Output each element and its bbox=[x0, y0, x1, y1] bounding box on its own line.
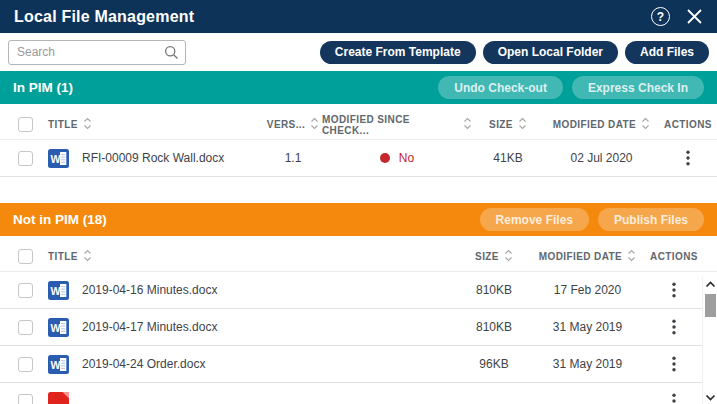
kebab-menu-icon[interactable] bbox=[645, 352, 703, 376]
scroll-down-button[interactable] bbox=[703, 390, 717, 404]
column-header-version[interactable]: VERS... bbox=[264, 117, 322, 132]
column-header-modified-since[interactable]: MODIFIED SINCE CHECK... bbox=[322, 114, 472, 136]
kebab-menu-icon[interactable] bbox=[645, 278, 703, 302]
file-size: 96KB bbox=[458, 357, 530, 371]
in-pim-table-header: TITLE VERS... MODIFIED SINCE CHECK... SI… bbox=[0, 110, 717, 140]
add-files-button[interactable]: Add Files bbox=[625, 41, 709, 64]
row-checkbox[interactable] bbox=[18, 151, 33, 166]
svg-text:W: W bbox=[50, 152, 60, 164]
column-header-modified-date[interactable]: MODIFIED DATE bbox=[530, 249, 645, 264]
publish-files-button[interactable]: Publish Files bbox=[598, 208, 704, 231]
close-icon[interactable] bbox=[686, 8, 703, 25]
sort-icon bbox=[504, 249, 513, 264]
select-all-checkbox[interactable] bbox=[18, 117, 33, 132]
file-size: 41KB bbox=[472, 151, 544, 165]
search-input[interactable] bbox=[8, 40, 186, 65]
word-file-icon: W bbox=[48, 281, 69, 300]
column-header-modified-date[interactable]: MODIFIED DATE bbox=[544, 117, 659, 132]
kebab-menu-icon[interactable] bbox=[645, 315, 703, 339]
not-in-pim-section-header: Not in PIM (18) Remove Files Publish Fil… bbox=[0, 203, 717, 236]
express-check-in-button[interactable]: Express Check In bbox=[572, 76, 704, 99]
open-local-folder-button[interactable]: Open Local Folder bbox=[483, 41, 618, 64]
column-header-actions: ACTIONS bbox=[659, 119, 717, 130]
table-row: W 2019-04-24 Order.docx 96KB 31 May 2019 bbox=[0, 346, 717, 383]
not-in-pim-table-header: TITLE SIZE MODIFIED DATE ACTIONS bbox=[0, 242, 717, 272]
select-all-checkbox[interactable] bbox=[18, 249, 33, 264]
sort-icon bbox=[463, 117, 472, 132]
sort-icon bbox=[518, 117, 527, 132]
status-dot bbox=[380, 153, 390, 163]
remove-files-button[interactable]: Remove Files bbox=[480, 208, 589, 231]
row-checkbox[interactable] bbox=[18, 320, 33, 335]
pdf-file-icon bbox=[48, 392, 69, 404]
column-header-title[interactable]: TITLE bbox=[48, 249, 458, 264]
file-modified-date: 17 Feb 2020 bbox=[530, 283, 645, 297]
kebab-menu-icon[interactable] bbox=[645, 389, 703, 404]
file-title: 2019-04-17 Minutes.docx bbox=[82, 320, 217, 334]
column-header-title[interactable]: TITLE bbox=[48, 117, 264, 132]
file-size: 810KB bbox=[458, 283, 530, 297]
in-pim-table: TITLE VERS... MODIFIED SINCE CHECK... SI… bbox=[0, 104, 717, 177]
kebab-menu-icon[interactable] bbox=[659, 146, 717, 170]
column-header-size[interactable]: SIZE bbox=[472, 117, 544, 132]
scroll-up-button[interactable] bbox=[703, 277, 717, 291]
row-checkbox[interactable] bbox=[18, 357, 33, 372]
file-size: 810KB bbox=[458, 320, 530, 334]
file-version: 1.1 bbox=[264, 151, 322, 165]
create-from-template-button[interactable]: Create From Template bbox=[320, 41, 476, 64]
sort-icon bbox=[83, 249, 92, 264]
column-header-size[interactable]: SIZE bbox=[458, 249, 530, 264]
table-row: W RFI-00009 Rock Wall.docx 1.1 No 41KB 0… bbox=[0, 140, 717, 177]
vertical-scrollbar[interactable] bbox=[702, 277, 717, 404]
undo-checkout-button[interactable]: Undo Check-out bbox=[438, 76, 563, 99]
table-row bbox=[0, 383, 717, 404]
dialog-title: Local File Management bbox=[14, 8, 651, 26]
sort-icon bbox=[83, 117, 92, 132]
local-file-management-dialog: Local File Management ? Create From Temp… bbox=[0, 0, 717, 404]
file-title: RFI-00009 Rock Wall.docx bbox=[82, 151, 224, 165]
row-checkbox[interactable] bbox=[18, 394, 33, 404]
table-row: W 2019-04-16 Minutes.docx 810KB 17 Feb 2… bbox=[0, 272, 717, 309]
file-modified-date: 31 May 2019 bbox=[530, 320, 645, 334]
file-title: 2019-04-24 Order.docx bbox=[82, 357, 205, 371]
not-in-pim-title: Not in PIM (18) bbox=[13, 212, 471, 227]
help-icon[interactable]: ? bbox=[651, 7, 670, 26]
toolbar: Create From Template Open Local Folder A… bbox=[0, 33, 717, 71]
in-pim-section-header: In PIM (1) Undo Check-out Express Check … bbox=[0, 71, 717, 104]
svg-text:W: W bbox=[50, 358, 60, 370]
file-title: 2019-04-16 Minutes.docx bbox=[82, 283, 217, 297]
dialog-titlebar: Local File Management ? bbox=[0, 0, 717, 33]
scrollbar-thumb[interactable] bbox=[705, 294, 716, 317]
modified-since-cell: No bbox=[322, 151, 472, 165]
search-icon bbox=[164, 45, 179, 64]
not-in-pim-table: TITLE SIZE MODIFIED DATE ACTIONS W 2019-… bbox=[0, 236, 717, 404]
svg-text:W: W bbox=[50, 321, 60, 333]
row-checkbox[interactable] bbox=[18, 283, 33, 298]
sort-icon bbox=[627, 249, 636, 264]
file-modified-date: 02 Jul 2020 bbox=[544, 151, 659, 165]
in-pim-title: In PIM (1) bbox=[13, 80, 429, 95]
table-row: W 2019-04-17 Minutes.docx 810KB 31 May 2… bbox=[0, 309, 717, 346]
word-file-icon: W bbox=[48, 318, 69, 337]
word-file-icon: W bbox=[48, 355, 69, 374]
word-file-icon: W bbox=[48, 149, 69, 168]
modified-since-value: No bbox=[399, 151, 414, 165]
file-modified-date: 31 May 2019 bbox=[530, 357, 645, 371]
sort-icon bbox=[641, 117, 650, 132]
svg-text:W: W bbox=[50, 284, 60, 296]
column-header-actions: ACTIONS bbox=[645, 251, 703, 262]
sort-icon bbox=[310, 117, 319, 132]
